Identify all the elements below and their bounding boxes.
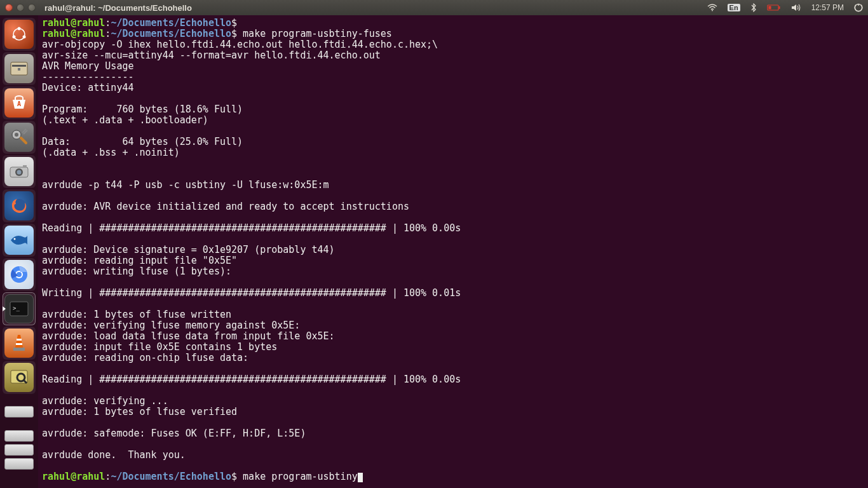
launcher-image-viewer[interactable] <box>3 361 36 394</box>
launcher-files[interactable] <box>3 52 36 85</box>
svg-rect-2 <box>778 6 780 9</box>
svg-point-20 <box>14 238 16 240</box>
svg-point-7 <box>13 36 16 39</box>
cursor <box>358 473 363 482</box>
prompt-user: rahul@rahul <box>42 17 105 29</box>
launcher-software-center[interactable]: A <box>3 86 36 119</box>
launcher-dash[interactable] <box>3 18 36 51</box>
svg-rect-26 <box>17 339 22 341</box>
close-button[interactable] <box>5 4 13 11</box>
launcher-drive-2[interactable] <box>3 430 36 442</box>
svg-point-17 <box>17 170 22 175</box>
terminal[interactable]: rahul@rahul:~/Documents/Echohello$ rahul… <box>38 15 868 488</box>
volume-indicator[interactable] <box>786 4 806 11</box>
launcher: A >_ <box>0 15 38 488</box>
launcher-drive-4[interactable] <box>3 458 36 470</box>
launcher-vlc[interactable] <box>3 327 36 360</box>
svg-rect-11 <box>18 68 20 71</box>
launcher-chromium[interactable] <box>3 258 36 291</box>
clock[interactable]: 12:57 PM <box>806 3 849 12</box>
svg-rect-18 <box>23 165 27 168</box>
prompt-path: ~/Documents/Echohello <box>111 17 231 29</box>
session-indicator[interactable] <box>849 3 868 12</box>
launcher-terminal[interactable]: >_ <box>3 292 36 325</box>
svg-text:>_: >_ <box>13 305 20 311</box>
svg-point-6 <box>18 27 21 30</box>
battery-indicator[interactable] <box>762 4 786 11</box>
launcher-drive-3[interactable] <box>3 444 36 456</box>
menubar: rahul@rahul: ~/Documents/Echohello En 12… <box>0 0 868 15</box>
minimize-button[interactable] <box>17 4 24 11</box>
maximize-button[interactable] <box>28 4 36 11</box>
svg-point-0 <box>712 10 713 11</box>
svg-rect-28 <box>13 348 25 351</box>
command-1: make program-usbtiny-fuses <box>237 28 392 39</box>
svg-rect-10 <box>12 65 26 67</box>
launcher-settings[interactable] <box>3 121 36 154</box>
terminal-output: avr-objcopy -O ihex hello.ftdi.44.echo.o… <box>42 39 461 461</box>
window-title: rahul@rahul: ~/Documents/Echohello <box>44 3 192 13</box>
language-indicator[interactable]: En <box>722 4 745 11</box>
launcher-firefox[interactable] <box>3 189 36 222</box>
window-controls <box>0 4 41 11</box>
svg-point-23 <box>17 272 22 277</box>
svg-rect-27 <box>16 343 22 345</box>
svg-point-5 <box>13 29 25 40</box>
launcher-shotwell[interactable] <box>3 155 36 188</box>
command-2: make program-usbtiny <box>237 471 358 482</box>
bluetooth-indicator[interactable] <box>745 3 762 12</box>
launcher-drive-1[interactable] <box>3 395 36 428</box>
wifi-indicator[interactable] <box>702 4 722 11</box>
svg-rect-3 <box>768 6 771 10</box>
svg-point-14 <box>15 133 18 137</box>
svg-point-8 <box>23 36 26 39</box>
svg-text:A: A <box>17 100 21 107</box>
launcher-bluefish[interactable] <box>3 224 36 257</box>
